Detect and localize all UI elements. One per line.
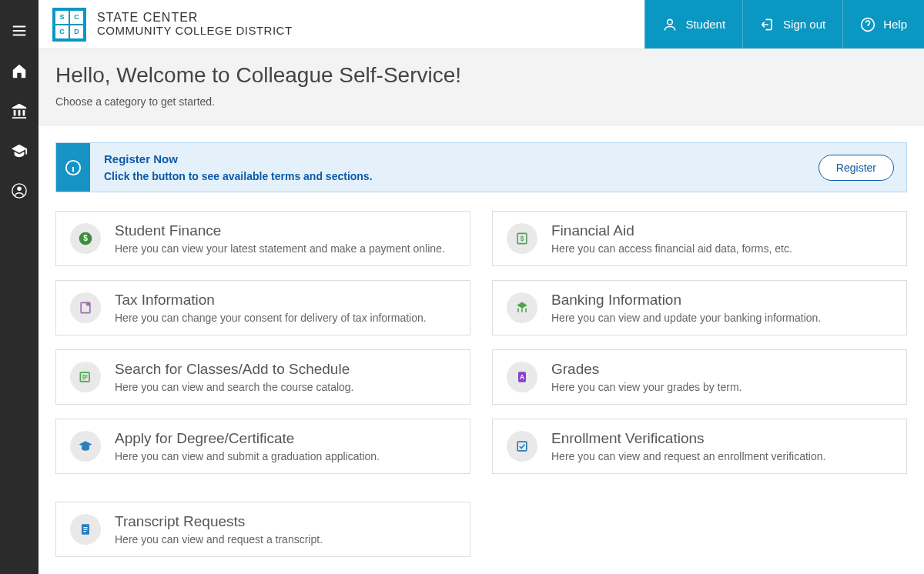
nav-graduation[interactable] <box>0 131 38 171</box>
svg-text:A: A <box>520 373 524 381</box>
degree-icon <box>70 431 101 462</box>
page-title: Hello, Welcome to Colleague Self-Service… <box>55 63 907 88</box>
signout-label: Sign out <box>783 18 825 31</box>
tile-degree[interactable]: Apply for Degree/CertificateHere you can… <box>55 419 470 474</box>
tile-grades[interactable]: AGradesHere you can view your grades by … <box>492 349 907 405</box>
tile-title: Apply for Degree/Certificate <box>115 430 380 447</box>
top-bar: S C C D STATE CENTER COMMUNITY COLLEGE D… <box>38 0 924 49</box>
tile-title: Banking Information <box>551 292 821 309</box>
student-label: Student <box>685 18 725 31</box>
tile-desc: Here you can access financial aid data, … <box>551 242 792 255</box>
svg-point-1 <box>17 187 22 192</box>
tile-desc: Here you can view and request a transcri… <box>115 533 323 546</box>
tiles-grid: $Student FinanceHere you can view your l… <box>55 211 907 557</box>
tile-title: Financial Aid <box>551 222 792 239</box>
tile-dollar[interactable]: $Student FinanceHere you can view your l… <box>55 211 470 266</box>
help-button[interactable]: Help <box>842 0 924 48</box>
info-icon-wrap <box>56 143 90 192</box>
tile-tax[interactable]: Tax InformationHere you can change your … <box>55 280 470 335</box>
verify-icon <box>507 431 537 462</box>
notice-desc: Click the button to see available terms … <box>104 170 792 182</box>
tax-icon <box>70 292 101 323</box>
nav-home[interactable] <box>0 51 38 91</box>
svg-text:$: $ <box>83 234 88 242</box>
bank-icon <box>507 292 537 323</box>
svg-point-2 <box>668 19 673 25</box>
svg-point-10 <box>86 302 90 306</box>
tile-title: Transcript Requests <box>115 513 323 530</box>
brand-line1: STATE CENTER <box>97 11 293 25</box>
register-button[interactable]: Register <box>819 155 894 181</box>
tile-desc: Here you can view and search the course … <box>115 381 354 393</box>
info-icon <box>65 159 82 176</box>
page-subtitle: Choose a category to get started. <box>55 95 907 108</box>
tile-bank[interactable]: Banking InformationHere you can view and… <box>492 280 907 335</box>
nav-institution[interactable] <box>0 91 38 131</box>
tile-title: Grades <box>551 361 742 378</box>
user-icon <box>662 17 678 32</box>
tile-title: Tax Information <box>115 292 427 309</box>
notice-title: Register Now <box>104 152 792 165</box>
search-classes-icon <box>70 362 101 392</box>
tile-desc: Here you can view your latest statement … <box>115 242 445 255</box>
tile-desc: Here you can view and submit a graduatio… <box>115 450 380 462</box>
signout-button[interactable]: Sign out <box>742 0 842 48</box>
tile-transcript[interactable]: Transcript RequestsHere you can view and… <box>55 502 470 557</box>
tile-title: Search for Classes/Add to Schedule <box>115 361 354 378</box>
tile-search-classes[interactable]: Search for Classes/Add to ScheduleHere y… <box>55 349 470 405</box>
tile-verify[interactable]: Enrollment VerificationsHere you can vie… <box>492 419 907 474</box>
brand-logo: S C C D <box>52 8 86 42</box>
tile-title: Student Finance <box>115 222 445 239</box>
side-navigation <box>0 0 38 574</box>
svg-text:$: $ <box>521 235 524 242</box>
tile-desc: Here you can change your consent for del… <box>115 312 427 324</box>
user-circle-icon <box>11 182 28 199</box>
student-button[interactable]: Student <box>644 0 742 48</box>
grades-icon: A <box>507 362 537 392</box>
signout-icon <box>760 17 775 32</box>
register-notice: Register Now Click the button to see ava… <box>55 142 907 192</box>
brand-line2: COMMUNITY COLLEGE DISTRICT <box>97 25 293 38</box>
tile-desc: Here you can view your grades by term. <box>551 381 742 393</box>
dollar-icon: $ <box>70 223 101 254</box>
tile-aid[interactable]: $Financial AidHere you can access financ… <box>492 211 907 266</box>
nav-user[interactable] <box>0 171 38 211</box>
welcome-banner: Hello, Welcome to Colleague Self-Service… <box>38 49 924 125</box>
hamburger-icon <box>11 22 28 39</box>
menu-toggle[interactable] <box>0 11 38 51</box>
institution-icon <box>11 102 28 119</box>
home-icon <box>11 62 28 79</box>
tile-desc: Here you can view and update your bankin… <box>551 312 821 324</box>
tile-title: Enrollment Verifications <box>551 430 825 447</box>
graduation-cap-icon <box>11 142 28 159</box>
help-label: Help <box>883 18 907 31</box>
transcript-icon <box>70 514 101 545</box>
svg-rect-14 <box>517 442 527 451</box>
tile-desc: Here you can view and request an enrollm… <box>551 450 825 462</box>
brand: S C C D STATE CENTER COMMUNITY COLLEGE D… <box>38 0 644 48</box>
aid-icon: $ <box>507 223 537 254</box>
help-icon <box>860 17 875 32</box>
